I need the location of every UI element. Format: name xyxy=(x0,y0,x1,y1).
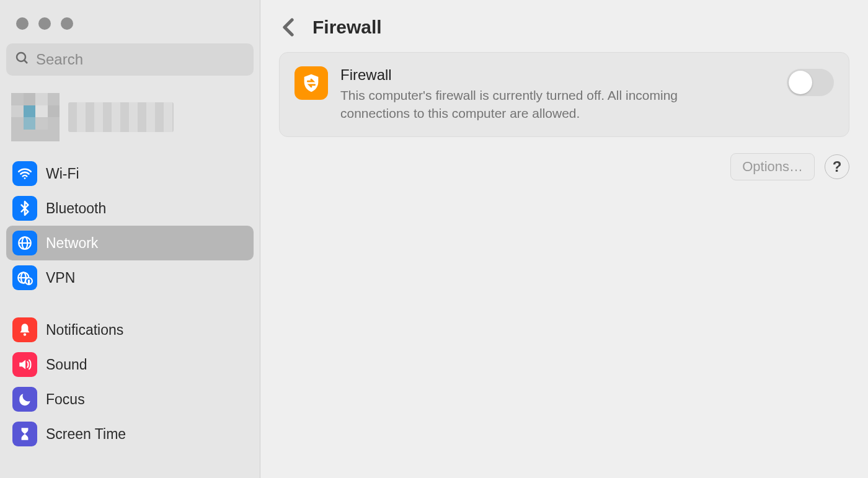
sidebar-item-label: Bluetooth xyxy=(46,200,106,217)
hourglass-icon xyxy=(12,422,37,446)
speaker-icon xyxy=(12,352,37,377)
sidebar-item-bluetooth[interactable]: Bluetooth xyxy=(6,191,254,226)
page-title: Firewall xyxy=(312,17,382,38)
sidebar-item-notifications[interactable]: Notifications xyxy=(6,312,254,347)
svg-point-11 xyxy=(24,333,26,335)
page-header: Firewall xyxy=(279,9,849,52)
svg-point-2 xyxy=(24,177,26,179)
sidebar-item-label: Focus xyxy=(46,391,85,408)
search-field-container[interactable] xyxy=(6,43,254,76)
options-button[interactable]: Options… xyxy=(730,153,815,180)
sidebar-item-vpn[interactable]: i VPN xyxy=(6,260,254,295)
sidebar-item-wifi[interactable]: Wi-Fi xyxy=(6,156,254,191)
bell-icon xyxy=(12,317,37,342)
close-window-button[interactable] xyxy=(16,17,29,30)
wifi-icon xyxy=(12,161,37,186)
sidebar-item-focus[interactable]: Focus xyxy=(6,382,254,417)
vpn-icon: i xyxy=(12,265,37,290)
firewall-card-body: Firewall This computer's firewall is cur… xyxy=(340,66,774,123)
account-row[interactable] xyxy=(6,87,254,153)
toggle-knob xyxy=(789,71,812,94)
svg-point-0 xyxy=(17,53,25,61)
firewall-card: Firewall This computer's firewall is cur… xyxy=(279,52,849,137)
zoom-window-button[interactable] xyxy=(61,17,73,30)
moon-icon xyxy=(12,387,37,412)
account-name-redacted xyxy=(68,102,174,132)
sidebar-item-label: Wi-Fi xyxy=(46,166,79,182)
firewall-card-title: Firewall xyxy=(340,66,774,84)
search-icon xyxy=(15,51,30,68)
window-controls xyxy=(6,11,254,43)
globe-icon xyxy=(12,231,37,255)
settings-window: Wi-Fi Bluetooth Network xyxy=(0,0,868,478)
main-content: Firewall Firewall This computer's firewa… xyxy=(260,0,868,478)
sidebar-item-label: VPN xyxy=(46,270,75,286)
sidebar-group: Notifications Sound Focus xyxy=(6,312,254,451)
sidebar-item-label: Sound xyxy=(46,356,87,373)
firewall-toggle[interactable] xyxy=(787,69,834,96)
bluetooth-icon xyxy=(12,196,37,221)
sidebar: Wi-Fi Bluetooth Network xyxy=(0,0,260,478)
firewall-card-description: This computer's firewall is currently tu… xyxy=(340,86,737,123)
back-button[interactable] xyxy=(279,15,298,40)
sidebar-group: Wi-Fi Bluetooth Network xyxy=(6,156,254,295)
search-input[interactable] xyxy=(36,51,245,68)
sidebar-item-network[interactable]: Network xyxy=(6,226,254,260)
sidebar-item-label: Screen Time xyxy=(46,426,126,443)
sidebar-item-label: Notifications xyxy=(46,322,123,339)
avatar xyxy=(11,93,60,141)
actions-row: Options… ? xyxy=(279,153,849,180)
sidebar-item-screentime[interactable]: Screen Time xyxy=(6,417,254,451)
svg-text:i: i xyxy=(28,279,29,285)
help-button[interactable]: ? xyxy=(825,154,849,179)
sidebar-item-sound[interactable]: Sound xyxy=(6,347,254,382)
svg-line-1 xyxy=(24,60,27,63)
firewall-shield-icon xyxy=(294,66,328,100)
sidebar-item-label: Network xyxy=(46,235,98,252)
minimize-window-button[interactable] xyxy=(38,17,51,30)
